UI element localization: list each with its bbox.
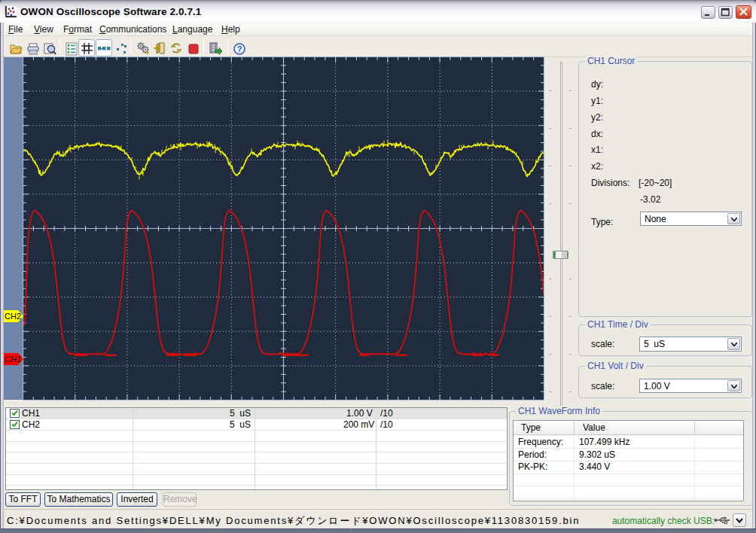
svg-text:CH2: CH2 — [5, 312, 21, 321]
svg-text:CH1: CH1 — [5, 355, 21, 364]
svg-text:?: ? — [237, 44, 242, 53]
